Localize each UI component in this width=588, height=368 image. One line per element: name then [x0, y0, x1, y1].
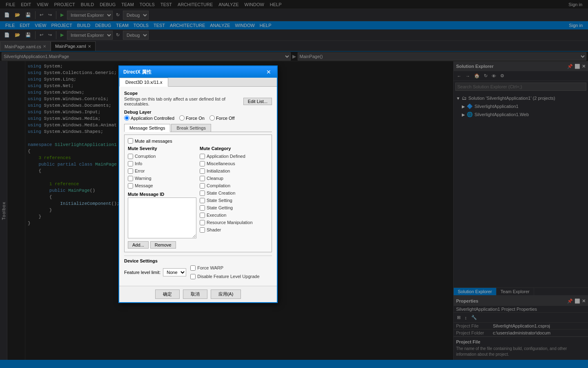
dialog-tab-bar: Direct3D 10.x/11.x [119, 78, 277, 87]
radio-force-on-label: Force On [186, 116, 205, 121]
check-cleanup[interactable]: Cleanup [200, 175, 268, 182]
force-warp-text: Force WARP [197, 265, 223, 270]
check-message-input[interactable] [128, 183, 133, 188]
directx-dialog: DirectX 属性 ✕ Direct3D 10.x/11.x Scope Se… [118, 65, 278, 303]
mute-all-row: Mute all messages [128, 138, 268, 144]
dialog-overlay: DirectX 属性 ✕ Direct3D 10.x/11.x Scope Se… [0, 0, 588, 368]
check-state-getting-label: State Getting [207, 205, 233, 210]
check-message-label: Message [135, 183, 153, 188]
force-warp-label[interactable]: Force WARP [190, 264, 259, 272]
check-resource-manipulation-input[interactable] [200, 220, 205, 225]
radio-force-off-input[interactable] [209, 115, 215, 121]
check-state-creation[interactable]: State Creation [200, 189, 268, 197]
msg-tab-break-settings[interactable]: Break Settings [171, 124, 211, 132]
check-state-setting[interactable]: State Setting [200, 197, 268, 204]
check-state-creation-label: State Creation [207, 191, 235, 195]
msg-id-textarea[interactable] [128, 197, 196, 238]
check-corruption-label: Corruption [135, 154, 156, 159]
check-initialization-input[interactable] [200, 168, 205, 174]
mute-message-id-section: Mute Message ID Add... Remove [128, 192, 196, 249]
check-initialization-label: Initialization [207, 168, 230, 173]
check-warning[interactable]: Warning [128, 175, 196, 182]
mute-two-col: Mute Severity Corruption Info Error [128, 146, 268, 249]
check-state-setting-label: State Setting [207, 198, 232, 203]
check-error[interactable]: Error [128, 167, 196, 175]
device-settings-title: Device Settings [124, 258, 272, 263]
message-settings-box: Mute all messages Mute Severity Corrupti… [124, 135, 272, 252]
radio-app-controlled[interactable]: Application Controlled [124, 115, 174, 121]
mute-severity-col: Mute Severity Corruption Info Error [128, 146, 196, 249]
check-compilation-label: Compilation [207, 183, 230, 188]
mute-severity-title: Mute Severity [128, 146, 196, 151]
check-miscellaneous-label: Miscellaneous [207, 161, 235, 166]
check-corruption-input[interactable] [128, 154, 133, 159]
force-warp-checkbox[interactable] [190, 265, 196, 271]
check-execution[interactable]: Execution [200, 211, 268, 219]
check-state-getting-input[interactable] [200, 205, 205, 211]
msg-tab-message-settings[interactable]: Message Settings [124, 124, 170, 132]
check-shader[interactable]: Shader [200, 226, 268, 233]
check-error-input[interactable] [128, 168, 133, 174]
check-info-input[interactable] [128, 161, 133, 166]
scope-description: Settings on this tab only affect a user … [124, 96, 243, 106]
dialog-cancel-button[interactable]: 取消 [183, 289, 207, 299]
debug-layer-label: Debug Layer [124, 110, 272, 114]
check-warning-label: Warning [135, 176, 151, 181]
check-info[interactable]: Info [128, 160, 196, 167]
disable-upgrade-text: Disable Feature Level Upgrade [197, 274, 259, 279]
add-msg-id-button[interactable]: Add... [128, 241, 149, 249]
check-warning-input[interactable] [128, 176, 133, 181]
check-cleanup-label: Cleanup [207, 176, 223, 181]
mute-category-title: Mute Category [200, 146, 268, 151]
msg-id-title: Mute Message ID [128, 192, 196, 197]
check-state-getting[interactable]: State Getting [200, 204, 268, 211]
radio-force-on-input[interactable] [179, 115, 185, 121]
radio-force-on[interactable]: Force On [179, 115, 205, 121]
check-message[interactable]: Message [128, 182, 196, 189]
radio-app-controlled-input[interactable] [124, 115, 129, 121]
check-app-defined[interactable]: Application Defined [200, 153, 268, 160]
check-resource-manipulation[interactable]: Resource Manipulation [200, 219, 268, 226]
feature-level-select[interactable]: None [163, 268, 186, 276]
check-resource-manipulation-label: Resource Manipulation [207, 220, 253, 225]
mute-all-checkbox[interactable] [128, 138, 133, 144]
check-miscellaneous-input[interactable] [200, 161, 205, 166]
check-corruption[interactable]: Corruption [128, 153, 196, 160]
message-tabs: Message Settings Break Settings [124, 124, 272, 132]
check-cleanup-input[interactable] [200, 176, 205, 181]
check-shader-label: Shader [207, 227, 221, 232]
dialog-ok-button[interactable]: 确定 [155, 289, 180, 299]
feature-level-row: Feature level limit: None Force WARP Dis… [124, 264, 272, 280]
check-state-creation-input[interactable] [200, 191, 205, 196]
check-shader-input[interactable] [200, 227, 205, 233]
scope-label: Scope [124, 91, 272, 96]
scope-row: Settings on this tab only affect a user … [124, 96, 272, 106]
check-execution-label: Execution [207, 213, 226, 218]
mute-all-label: Mute all messages [135, 139, 172, 144]
dialog-apply-button[interactable]: 应用(A) [211, 289, 241, 299]
check-info-label: Info [135, 161, 142, 166]
check-compilation[interactable]: Compilation [200, 182, 268, 189]
radio-force-off-label: Force Off [216, 116, 235, 121]
dialog-title-bar: DirectX 属性 ✕ [119, 66, 277, 78]
check-initialization[interactable]: Initialization [200, 167, 268, 175]
dialog-close-button[interactable]: ✕ [265, 69, 273, 75]
force-options: Force WARP Disable Feature Level Upgrade [190, 264, 259, 280]
check-app-defined-input[interactable] [200, 154, 205, 159]
disable-upgrade-checkbox[interactable] [190, 274, 196, 279]
edit-list-button[interactable]: Edit List... [243, 98, 272, 105]
dialog-tab-direct3d[interactable]: Direct3D 10.x/11.x [119, 78, 168, 87]
msg-id-buttons: Add... Remove [128, 241, 196, 249]
disable-upgrade-label[interactable]: Disable Feature Level Upgrade [190, 273, 259, 280]
feature-level-label: Feature level limit: [124, 270, 160, 275]
remove-msg-id-button[interactable]: Remove [150, 241, 176, 249]
check-state-setting-input[interactable] [200, 198, 205, 203]
dialog-footer: 确定 取消 应用(A) [119, 286, 277, 302]
mute-category-col: Mute Category Application Defined Miscel… [200, 146, 268, 249]
debug-layer-options: Application Controlled Force On Force Of… [124, 115, 272, 121]
check-miscellaneous[interactable]: Miscellaneous [200, 160, 268, 167]
radio-force-off[interactable]: Force Off [209, 115, 235, 121]
check-compilation-input[interactable] [200, 183, 205, 188]
check-execution-input[interactable] [200, 213, 205, 218]
check-app-defined-label: Application Defined [207, 154, 245, 159]
